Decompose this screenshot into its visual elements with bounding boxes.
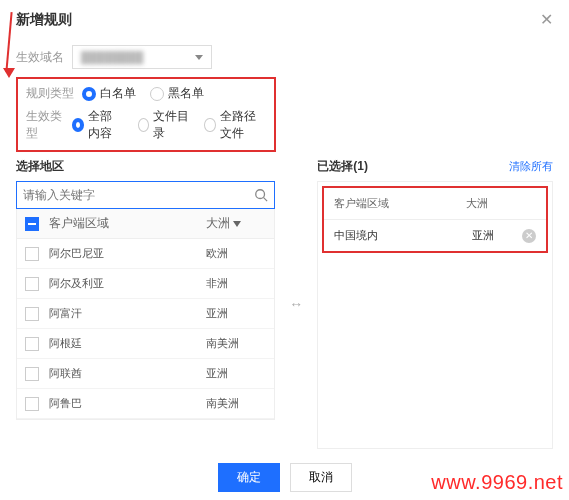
item-name: 阿尔巴尼亚: [49, 246, 206, 261]
item-continent: 非洲: [206, 276, 266, 291]
item-name: 阿富汗: [49, 306, 206, 321]
checkbox[interactable]: [25, 337, 39, 351]
selected-column: 已选择(1) 清除所有 客户端区域 大洲 中国境内 亚洲 ✕: [317, 158, 553, 449]
selected-title: 已选择(1): [317, 158, 368, 175]
search-input[interactable]: [23, 188, 254, 202]
selected-header: 已选择(1) 清除所有: [317, 158, 553, 175]
radio-file-dir[interactable]: 文件目录: [138, 108, 190, 142]
item-continent: 亚洲: [206, 306, 266, 321]
select-all-checkbox[interactable]: [25, 217, 39, 231]
dialog: 新增规则 ✕ 生效域名 ████████ 规则类型 白名单 黑名单 生效: [0, 0, 569, 500]
scope-type-row: 生效类型 全部内容 文件目录 全路径文件: [26, 108, 266, 142]
radio-icon-selected: [82, 87, 96, 101]
search-wrap: [16, 181, 275, 209]
radio-full-path[interactable]: 全路径文件: [204, 108, 266, 142]
domain-label: 生效域名: [16, 49, 72, 66]
cancel-button[interactable]: 取消: [290, 463, 352, 492]
radio-whitelist[interactable]: 白名单: [82, 85, 136, 102]
watermark: www.9969.net: [431, 471, 563, 494]
col-continent[interactable]: 大洲: [206, 215, 266, 232]
checkbox[interactable]: [25, 307, 39, 321]
list-item[interactable]: 阿根廷南美洲: [17, 329, 274, 359]
radio-icon: [204, 118, 215, 132]
radio-label: 全路径文件: [220, 108, 266, 142]
checkbox[interactable]: [25, 277, 39, 291]
search-icon[interactable]: [254, 188, 268, 202]
swap-icon[interactable]: ↔: [285, 158, 307, 449]
item-name: 中国境内: [334, 228, 472, 243]
domain-value: ████████: [81, 51, 143, 63]
transfer-columns: 选择地区 客户端区域 大洲 阿尔巴尼亚欧洲 阿尔及利亚非洲 阿富汗亚洲: [16, 158, 553, 449]
radio-label: 文件目录: [153, 108, 190, 142]
item-name: 阿鲁巴: [49, 396, 206, 411]
item-continent: 南美洲: [206, 336, 266, 351]
list-item[interactable]: 阿尔及利亚非洲: [17, 269, 274, 299]
clear-all-link[interactable]: 清除所有: [509, 159, 553, 174]
available-header: 选择地区: [16, 158, 275, 175]
radio-icon-selected: [72, 118, 84, 132]
dialog-title: 新增规则: [16, 11, 72, 29]
item-continent: 亚洲: [472, 228, 522, 243]
radio-label: 黑名单: [168, 85, 204, 102]
list-item[interactable]: 阿鲁巴南美洲: [17, 389, 274, 419]
list-header: 客户端区域 大洲: [16, 209, 275, 239]
annotated-selection-box: 客户端区域 大洲 中国境内 亚洲 ✕: [322, 186, 548, 253]
dialog-header: 新增规则 ✕: [16, 10, 553, 37]
checkbox[interactable]: [25, 367, 39, 381]
confirm-button[interactable]: 确定: [218, 463, 280, 492]
svg-line-1: [264, 198, 268, 202]
item-name: 阿尔及利亚: [49, 276, 206, 291]
checkbox[interactable]: [25, 247, 39, 261]
radio-all-content[interactable]: 全部内容: [72, 108, 124, 142]
col-continent: 大洲: [466, 196, 536, 211]
close-icon[interactable]: ✕: [540, 10, 553, 29]
item-continent: 亚洲: [206, 366, 266, 381]
list-item[interactable]: 阿尔巴尼亚欧洲: [17, 239, 274, 269]
item-continent: 欧洲: [206, 246, 266, 261]
chevron-down-icon: [195, 55, 203, 60]
list-item[interactable]: 阿富汗亚洲: [17, 299, 274, 329]
filter-icon: [233, 221, 241, 227]
selected-item: 中国境内 亚洲 ✕: [324, 220, 546, 251]
col-client-region: 客户端区域: [334, 196, 466, 211]
item-name: 阿根廷: [49, 336, 206, 351]
domain-select[interactable]: ████████: [72, 45, 212, 69]
rule-type-label: 规则类型: [26, 85, 82, 102]
checkbox[interactable]: [25, 397, 39, 411]
radio-icon: [150, 87, 164, 101]
radio-label: 全部内容: [88, 108, 124, 142]
domain-row: 生效域名 ████████: [16, 45, 553, 69]
available-title: 选择地区: [16, 158, 64, 175]
list-item[interactable]: 阿联酋亚洲: [17, 359, 274, 389]
available-column: 选择地区 客户端区域 大洲 阿尔巴尼亚欧洲 阿尔及利亚非洲 阿富汗亚洲: [16, 158, 275, 449]
item-name: 阿联酋: [49, 366, 206, 381]
item-continent: 南美洲: [206, 396, 266, 411]
annotation-arrow: [2, 12, 16, 82]
radio-icon: [138, 118, 149, 132]
scope-type-group: 全部内容 文件目录 全路径文件: [72, 108, 266, 142]
available-list[interactable]: 阿尔巴尼亚欧洲 阿尔及利亚非洲 阿富汗亚洲 阿根廷南美洲 阿联酋亚洲 阿鲁巴南美…: [16, 239, 275, 420]
selected-box: 客户端区域 大洲 中国境内 亚洲 ✕: [317, 181, 553, 449]
scope-type-label: 生效类型: [26, 108, 72, 142]
radio-label: 白名单: [100, 85, 136, 102]
col-client-region: 客户端区域: [49, 215, 206, 232]
radio-blacklist[interactable]: 黑名单: [150, 85, 204, 102]
rule-type-row: 规则类型 白名单 黑名单: [26, 85, 266, 102]
rule-type-group: 白名单 黑名单: [82, 85, 204, 102]
remove-icon[interactable]: ✕: [522, 229, 536, 243]
svg-point-0: [256, 190, 265, 199]
annotated-options-box: 规则类型 白名单 黑名单 生效类型 全部内容: [16, 77, 276, 152]
selected-list-header: 客户端区域 大洲: [324, 188, 546, 220]
